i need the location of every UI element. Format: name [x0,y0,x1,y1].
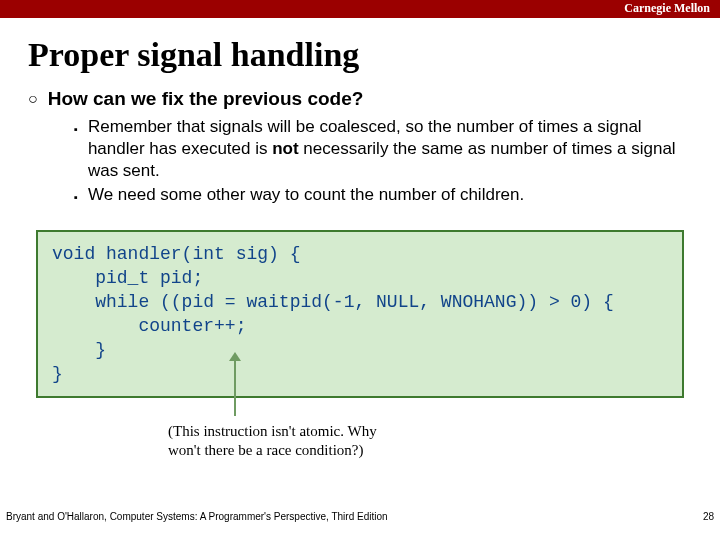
annotation-arrow [234,360,236,416]
caption-line: won't there be a race condition?) [168,442,364,458]
brand-label: Carnegie Mellon [624,1,710,16]
bullet-text: We need some other way to count the numb… [88,184,524,206]
bullet-mark-square: ▪ [74,116,78,140]
bullet-text: How can we fix the previous code? [48,88,364,110]
code-block: void handler(int sig) { pid_t pid; while… [36,230,684,398]
slide-body: Proper signal handling ○ How can we fix … [0,18,720,528]
slide-footer: Bryant and O'Hallaron, Computer Systems:… [6,511,714,522]
bullet-level2: ▪ Remember that signals will be coalesce… [74,116,692,182]
page-number: 28 [703,511,714,522]
bullet-level2: ▪ We need some other way to count the nu… [74,184,692,208]
annotation-caption: (This instruction isn't atomic. Why won'… [168,422,692,460]
bullet-level1: ○ How can we fix the previous code? [28,88,692,110]
caption-line: (This instruction isn't atomic. Why [168,423,377,439]
bullet-mark-square: ▪ [74,184,78,208]
slide-title: Proper signal handling [28,36,692,74]
bullet-text-content: Remember that signals will be coalesced,… [88,117,676,180]
header-bar: Carnegie Mellon [0,0,720,18]
footer-source: Bryant and O'Hallaron, Computer Systems:… [6,511,388,522]
bullet-mark-hollow: ○ [28,88,38,110]
bullet-text: Remember that signals will be coalesced,… [88,116,692,182]
code-text: void handler(int sig) { pid_t pid; while… [52,244,614,384]
